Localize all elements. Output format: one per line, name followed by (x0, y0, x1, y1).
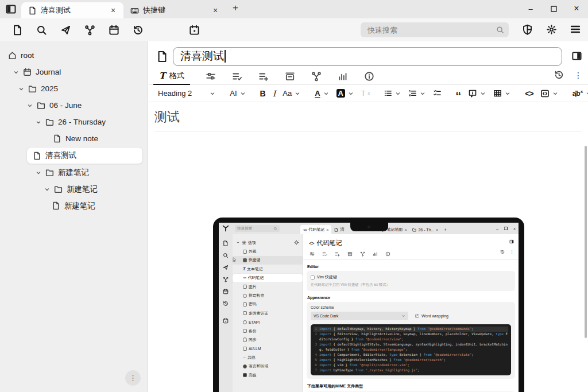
tree-item-selected-note[interactable]: 清喜测试 (26, 147, 143, 164)
settings-gear-icon[interactable] (544, 22, 558, 36)
tab-label: 清喜测试 (41, 5, 105, 15)
note-map-icon[interactable] (83, 23, 96, 37)
numbered-list-dropdown[interactable] (408, 89, 426, 98)
calendar-icon[interactable] (107, 23, 121, 37)
menu-icon[interactable] (568, 22, 582, 36)
ribbon-tab-format[interactable]: T 格式 (153, 68, 190, 85)
chevron-down-icon[interactable] (18, 86, 25, 92)
ai-dropdown[interactable]: AI (230, 89, 246, 98)
similar-notes-icon (373, 251, 378, 257)
content-heading[interactable]: 测试 (154, 108, 582, 131)
code-line: 1import { defaultKeymap, history, histor… (314, 327, 508, 332)
close-button[interactable]: × (565, 0, 588, 17)
tree-item-thursday[interactable]: 26 - Thursday (35, 114, 148, 130)
inline-code-button[interactable]: <> (525, 89, 533, 98)
toolbar-overflow-icon[interactable]: ⋮ (572, 89, 580, 98)
tab-close-icon[interactable]: × (211, 6, 220, 15)
bulleted-list-dropdown[interactable] (384, 89, 401, 98)
new-tab-button[interactable]: + (233, 2, 238, 14)
tab-note-1[interactable]: 清喜测试 × (21, 2, 123, 18)
toggle-left-pane-icon[interactable] (5, 3, 17, 15)
folder-icon (412, 228, 416, 232)
mini-tree-label: 文本笔记 (247, 266, 262, 272)
checklist-button[interactable] (433, 89, 442, 98)
note-map-icon (223, 277, 229, 282)
maximize-icon (504, 227, 508, 230)
new-note-icon (223, 240, 229, 246)
tree-item-2025[interactable]: 2025 (18, 80, 148, 97)
ribbon-inherited-attributes-icon[interactable] (258, 71, 269, 82)
note-editor[interactable]: 测试 快速搜索 <> 代码笔记 × (149, 103, 588, 392)
tree-more-button[interactable]: ⋮ (125, 370, 141, 386)
text-style-dropdown[interactable]: Aa (283, 89, 301, 98)
heading-style-value: Heading 2 (158, 89, 192, 98)
tree-item-root[interactable]: root (8, 47, 148, 64)
note-revisions-icon[interactable] (554, 70, 564, 80)
admonition-dropdown[interactable] (468, 89, 486, 98)
chevron-down-icon[interactable] (13, 69, 20, 76)
remove-format-button[interactable]: Tx (361, 90, 370, 98)
tree-item-folder-note[interactable]: 新建笔记 (44, 181, 148, 197)
mini-title-text: 代码笔记 (317, 239, 342, 247)
code-block-dropdown[interactable] (540, 89, 559, 98)
note-type-icon[interactable] (154, 49, 169, 64)
mini-tab-label: 26 - Th... (418, 228, 434, 232)
tree-item-folder-note[interactable]: 新建笔记 (35, 164, 148, 181)
maximize-button[interactable] (542, 0, 565, 17)
calendar-icon (23, 68, 32, 76)
note-title-input[interactable]: 清喜测试 (173, 47, 562, 66)
mini-tree-item-advanced: 高级 (233, 371, 303, 379)
note-info-icon (385, 251, 390, 257)
tab-note-2[interactable]: 快捷键 × (123, 2, 226, 18)
recent-changes-icon[interactable] (131, 23, 145, 37)
note-title-row: 清喜测试 (149, 45, 588, 68)
code-icon: <> (303, 228, 307, 232)
jump-to-note-icon[interactable] (59, 23, 72, 37)
window-controls: – × (519, 0, 588, 18)
ribbon-note-map-icon[interactable] (311, 71, 322, 82)
new-note-icon[interactable] (10, 23, 24, 37)
note-icon (334, 228, 338, 232)
editor-scrollbar[interactable] (585, 146, 587, 338)
heading-style-dropdown[interactable]: Heading 2 (158, 89, 216, 98)
bg-color-dropdown[interactable]: A (336, 89, 354, 98)
sync-icon (243, 337, 247, 341)
chevron-down-icon[interactable] (26, 102, 33, 109)
blockquote-button[interactable]: “ (455, 88, 461, 99)
italic-button[interactable]: I (273, 89, 276, 98)
mini-note-title: <> 代码笔记 (309, 239, 519, 247)
ribbon-owned-attributes-icon[interactable] (231, 71, 243, 82)
ribbon-basic-properties-icon[interactable] (205, 71, 216, 82)
chevron-down-icon[interactable] (35, 119, 42, 126)
note-title-text: 清喜测试 (180, 49, 224, 64)
embedded-laptop-image[interactable]: 快速搜索 <> 代码笔记 × 清 × (213, 218, 524, 392)
mini-tree-label: 图片 (249, 284, 257, 290)
ribbon-note-info-icon[interactable] (363, 71, 375, 82)
quick-search-input[interactable] (368, 26, 496, 34)
protected-session-icon[interactable] (520, 22, 534, 36)
font-color-dropdown[interactable]: A (315, 89, 329, 98)
keyboard-icon (130, 6, 139, 15)
lock-icon (243, 311, 247, 315)
minimize-button[interactable]: – (519, 0, 542, 17)
dash-icon: — (243, 356, 246, 359)
table-dropdown[interactable] (493, 89, 511, 98)
chevron-down-icon[interactable] (44, 186, 51, 193)
chevron-down-icon[interactable] (35, 169, 42, 176)
toggle-right-pane-icon (509, 239, 514, 244)
ribbon-similar-notes-icon[interactable] (337, 71, 349, 82)
tree-item-june[interactable]: 06 - June (26, 97, 148, 114)
tree-item-leaf-note[interactable]: 新建笔记 (52, 197, 148, 214)
toggle-right-pane-icon[interactable] (571, 51, 583, 62)
note-actions-icon[interactable]: ⋮ (574, 71, 582, 80)
bold-button[interactable]: B (260, 89, 266, 98)
mini-ribbon-right: ⋮ (500, 250, 514, 254)
today-icon[interactable] (187, 23, 201, 37)
search-icon[interactable] (34, 23, 48, 37)
ai-label: AI (230, 89, 237, 98)
tab-close-icon[interactable]: × (109, 6, 118, 15)
tree-item-journal[interactable]: Journal (13, 64, 148, 80)
tree-item-new-note[interactable]: New note (53, 130, 143, 147)
ribbon-note-paths-icon[interactable] (284, 71, 296, 82)
mini-tree-label: 快捷键 (249, 257, 260, 263)
